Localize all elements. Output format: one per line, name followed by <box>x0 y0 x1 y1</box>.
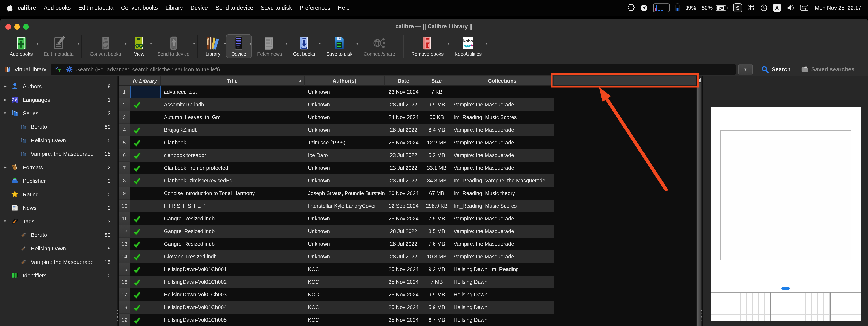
cell-collections[interactable]: Hellsing Dawn <box>451 314 554 326</box>
time-machine-icon[interactable] <box>760 4 768 11</box>
row-number[interactable]: 1 <box>119 86 130 98</box>
table-row[interactable]: 17HellsingDawn-Vol01Ch003KCC25 Nov 20249… <box>119 288 696 301</box>
row-number[interactable]: 6 <box>119 149 130 162</box>
volume-icon[interactable] <box>786 4 795 11</box>
cell-collections[interactable]: Vampire: the Masquerade <box>451 238 554 251</box>
cell-authors[interactable]: Ice Daro <box>305 149 385 162</box>
cell-in-library[interactable] <box>130 162 160 174</box>
cell-title[interactable]: HellsingDawn-Vol01Ch005 <box>160 314 305 326</box>
sidebar-item-languages[interactable]: ▶ALanguages1 <box>0 93 117 106</box>
advanced-search-gear-icon[interactable] <box>65 65 73 73</box>
sidebar-item-rating[interactable]: Rating0 <box>0 188 117 201</box>
cell-authors[interactable]: KCC <box>305 314 385 326</box>
table-row[interactable]: 8ClanbookTzimisceRevisedEdUnknown23 Jul … <box>119 174 696 187</box>
cell-in-library[interactable] <box>130 149 160 162</box>
row-number[interactable]: 17 <box>119 288 130 301</box>
sidebar-item-authors[interactable]: ▶Authors9 <box>0 79 117 93</box>
cell-authors[interactable]: KCC <box>305 301 385 314</box>
mini-meter-widget[interactable] <box>675 3 680 12</box>
scrollbar-thumb[interactable] <box>697 83 701 326</box>
cell-date[interactable]: 25 Nov 2024 <box>385 314 423 326</box>
cell-authors[interactable]: Unknown <box>305 213 385 225</box>
toolbar-button-edit-metadata[interactable]: ▼Edit metadata <box>38 35 79 57</box>
cell-size[interactable]: 6.7 MB <box>423 314 451 326</box>
cell-in-library[interactable] <box>130 213 160 225</box>
table-row[interactable]: 3Autumn_Leaves_in_GmUnknown24 Nov 202456… <box>119 111 696 124</box>
toolbar-button-koboutilities[interactable]: kobo▼KoboUtilities <box>449 35 487 57</box>
table-row[interactable]: 19HellsingDawn-Vol01Ch005KCC25 Nov 20246… <box>119 314 696 326</box>
menu-item-add-books[interactable]: Add books <box>44 5 71 11</box>
cell-title[interactable]: HellsingDawn-Vol01Ch001 <box>160 263 305 276</box>
cell-date[interactable]: 28 Jul 2022 <box>385 124 423 136</box>
table-row[interactable]: 13Gangrel Resized.indbUnknown28 Jul 2022… <box>119 238 696 251</box>
menu-item-device[interactable]: Device <box>190 5 208 11</box>
cell-size[interactable]: 7.6 MB <box>423 238 451 251</box>
search-button[interactable]: Search <box>761 65 791 73</box>
row-number[interactable]: 18 <box>119 301 130 314</box>
cell-title[interactable]: Concise Introduction to Tonal Harmony <box>160 187 305 200</box>
cell-authors[interactable]: KCC <box>305 276 385 288</box>
cell-title[interactable]: Clanbook Tremer-protected <box>160 162 305 174</box>
row-number[interactable]: 8 <box>119 174 130 187</box>
cell-date[interactable]: 20 Nov 2024 <box>385 187 423 200</box>
row-number[interactable]: 4 <box>119 124 130 136</box>
table-row[interactable]: 16HellsingDawn-Vol01Ch002KCC25 Nov 20247… <box>119 276 696 288</box>
cell-date[interactable]: 23 Jul 2022 <box>385 149 423 162</box>
cell-collections[interactable]: Im_Reading, Music Scores <box>451 111 554 124</box>
cell-date[interactable]: 28 Jul 2022 <box>385 225 423 238</box>
cell-in-library[interactable] <box>130 238 160 251</box>
cell-authors[interactable]: KCC <box>305 263 385 276</box>
expander-collapsed-icon[interactable]: ▶ <box>3 84 8 88</box>
row-number[interactable]: 10 <box>119 200 130 213</box>
cell-collections[interactable] <box>451 86 554 98</box>
toolbar-button-library[interactable]: ▼Library <box>200 35 226 57</box>
table-row[interactable]: 11Gangrel Resized.indbUnknown25 Nov 2024… <box>119 213 696 225</box>
row-number[interactable]: 13 <box>119 238 130 251</box>
cell-size[interactable]: 8.4 MB <box>423 124 451 136</box>
cell-authors[interactable]: Unknown <box>305 174 385 187</box>
apple-menu-icon[interactable] <box>7 4 13 11</box>
cell-date[interactable]: 12 Sep 2024 <box>385 200 423 213</box>
cell-size[interactable]: 9.9 MB <box>423 288 451 301</box>
cell-title[interactable]: Gangrel Resized.indb <box>160 225 305 238</box>
cell-date[interactable]: 25 Nov 2024 <box>385 288 423 301</box>
cell-size[interactable]: 10.3 MB <box>423 251 451 263</box>
search-input[interactable]: FT Search (For advanced search click the… <box>51 64 736 74</box>
cell-collections[interactable]: Vampire: the Masquerade <box>451 251 554 263</box>
menu-item-library[interactable]: Library <box>165 5 183 11</box>
row-number[interactable]: 12 <box>119 225 130 238</box>
cell-in-library[interactable] <box>130 225 160 238</box>
cell-authors[interactable]: Unknown <box>305 225 385 238</box>
cell-title[interactable]: HellsingDawn-Vol01Ch004 <box>160 301 305 314</box>
sidebar-item-identifiers[interactable]: Identifiers0 <box>0 268 117 282</box>
cell-title[interactable]: F I R S T S T E P <box>160 200 305 213</box>
table-row[interactable]: 4BrujagRZ.indbUnknown28 Jul 20228.4 MBVa… <box>119 124 696 136</box>
expander-collapsed-icon[interactable]: ▶ <box>3 165 8 169</box>
column-header-title[interactable]: Title▲ <box>160 76 305 86</box>
cell-in-library[interactable] <box>130 136 160 149</box>
menu-item-preferences[interactable]: Preferences <box>300 5 330 11</box>
dropdown-arrow-icon[interactable]: ▼ <box>77 42 80 45</box>
cell-collections[interactable]: Vampire: the Masquerade <box>451 136 554 149</box>
cell-in-library[interactable] <box>130 124 160 136</box>
dropdown-arrow-icon[interactable]: ▼ <box>485 42 488 45</box>
cell-date[interactable]: 25 Nov 2024 <box>385 301 423 314</box>
table-corner[interactable] <box>119 76 130 86</box>
column-header-date[interactable]: Date <box>385 76 423 86</box>
sidebar-item-vampire-the-masquerade[interactable]: Vampire: the Masquerade15 <box>0 255 117 268</box>
cell-collections[interactable]: Hellsing Dawn <box>451 301 554 314</box>
cell-size[interactable]: 34.3 MB <box>423 174 451 187</box>
menu-item-convert-books[interactable]: Convert books <box>121 5 158 11</box>
table-row[interactable]: 9Concise Introduction to Tonal HarmonyJo… <box>119 187 696 200</box>
cell-collections[interactable]: Im_Reading, Music Scores <box>451 200 554 213</box>
row-number[interactable]: 15 <box>119 263 130 276</box>
cell-title[interactable]: Gangrel Resized.indb <box>160 238 305 251</box>
cell-date[interactable]: 28 Jul 2022 <box>385 98 423 111</box>
cell-in-library[interactable] <box>130 200 160 213</box>
toolbar-button-add-books[interactable]: ▼Add books <box>4 35 38 57</box>
table-row[interactable]: 1advanced testUnknown23 Nov 20247 KB <box>119 86 696 98</box>
cell-collections[interactable]: Vampire: the Masquerade <box>451 162 554 174</box>
cell-title[interactable]: Giovanni Resized.indb <box>160 251 305 263</box>
cell-authors[interactable]: Unknown <box>305 238 385 251</box>
cell-authors[interactable]: Unknown <box>305 124 385 136</box>
